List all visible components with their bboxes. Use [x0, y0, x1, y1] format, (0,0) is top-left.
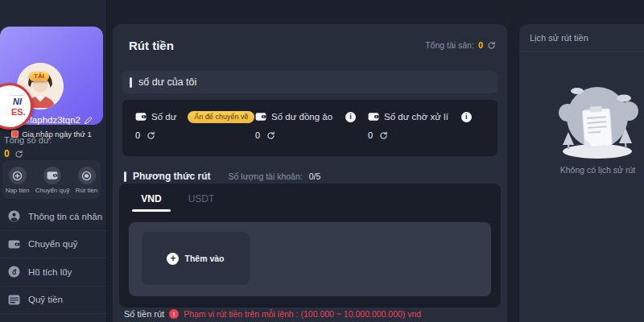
- withdraw-amount-row: Số tiền rút ! Phạm vi rút tiền trên mỗi …: [124, 309, 502, 319]
- refresh-icon[interactable]: [266, 131, 275, 140]
- virtual-balance-info-icon[interactable]: i: [345, 112, 356, 122]
- withdraw-method-panel: VND USDT + Thêm vào: [119, 184, 501, 308]
- total-assets-label: Tổng tài sản:: [425, 40, 474, 50]
- withdraw-method-header: Phương thức rút Số lượng tài khoản: 0/5: [124, 171, 320, 182]
- withdraw-history-panel: Lịch sử rút tiền Không có lịch sử rút: [519, 24, 644, 322]
- wallet-icon: [368, 112, 379, 122]
- sidebar: vzk3faphdz3tqn2 Gia nhập ngày thứ 1 TẢI …: [0, 0, 107, 322]
- add-bank-account-button[interactable]: + Thêm vào: [142, 232, 250, 285]
- fund-icon: [8, 295, 20, 305]
- plus-icon: +: [167, 253, 179, 265]
- balance-card-virtual: Số dư đồng ảo i 0: [255, 110, 356, 140]
- account-count-label: Số lượng tài khoản:: [229, 171, 303, 181]
- quick-action-transfer[interactable]: Chuyển quỹ: [35, 167, 70, 194]
- empty-history-text: Không có lịch sử rút: [519, 165, 644, 175]
- section-accent: [130, 77, 132, 88]
- quick-action-deposit[interactable]: Nạp tiền: [6, 167, 30, 194]
- active-tab-underline: [132, 209, 171, 212]
- refresh-balance-icon[interactable]: [14, 150, 23, 159]
- wallet-icon: [255, 112, 266, 122]
- refresh-icon[interactable]: [379, 131, 388, 140]
- balance-label: Số dư: [151, 112, 176, 122]
- edit-username-icon[interactable]: [84, 116, 93, 125]
- refresh-icon[interactable]: [147, 131, 155, 140]
- pending-balance-info-icon[interactable]: i: [461, 112, 472, 122]
- sidebar-item-money-fund[interactable]: Quỹ tiền: [0, 287, 107, 315]
- account-count-value: 0/5: [309, 171, 321, 181]
- withdraw-amount-label: Số tiền rút: [124, 309, 164, 319]
- deposit-coin-icon: [9, 167, 27, 184]
- sidebar-item-savings-jar[interactable]: đ Hũ tích lũy: [0, 258, 107, 287]
- total-balance-value: 0: [4, 148, 10, 159]
- withdraw-panel: Rút tiền Tổng tài sản: 0 số dư của tôi S…: [113, 24, 507, 322]
- person-icon: [8, 210, 20, 222]
- history-title: Lịch sử rút tiền: [519, 24, 644, 52]
- logo-text-bottom: ES.: [11, 107, 26, 117]
- refresh-assets-icon[interactable]: [487, 41, 496, 50]
- balance-card-pending: Số dư chờ xử lí i 0: [368, 110, 472, 140]
- svg-text:đ: đ: [12, 268, 17, 276]
- withdraw-range-warning: Phạm vi rút tiền trên mỗi lệnh : (100.00…: [184, 309, 421, 319]
- bank-account-list: + Thêm vào: [129, 222, 491, 296]
- virtual-balance-value: 0: [255, 130, 260, 140]
- logo-hat-icon: [10, 89, 24, 95]
- virtual-balance-label: Số dư đồng ảo: [271, 112, 332, 122]
- transfer-back-button[interactable]: Ấn để chuyển về: [188, 111, 254, 123]
- withdraw-wallet-icon: [78, 167, 96, 184]
- balance-value: 0: [135, 130, 140, 140]
- add-card-label: Thêm vào: [184, 254, 224, 263]
- total-balance-label: Tổng số dư:: [4, 135, 52, 145]
- pending-balance-value: 0: [368, 130, 373, 140]
- pending-balance-label: Số dư chờ xử lí: [384, 112, 448, 122]
- balance-card-main: Số dư Ấn để chuyển về 0: [135, 110, 254, 140]
- tab-usdt[interactable]: USDT: [182, 193, 221, 204]
- my-balance-section-header: số dư của tôi: [122, 71, 497, 93]
- warning-icon: !: [169, 309, 179, 319]
- tab-vnd[interactable]: VND: [132, 193, 171, 204]
- page-title: Rút tiền: [129, 39, 174, 52]
- sidebar-item-personal-info[interactable]: Thông tin cá nhân: [0, 203, 107, 231]
- section-accent: [124, 171, 126, 182]
- jar-icon: đ: [8, 266, 20, 278]
- balance-cards: Số dư Ấn để chuyển về 0 Số dư đồng ảo i …: [122, 100, 497, 156]
- sidebar-item-transfer-funds[interactable]: Chuyển quỹ: [0, 231, 107, 259]
- sidebar-menu: Thông tin cá nhân Chuyển quỹ đ Hũ tích l…: [0, 203, 107, 314]
- withdraw-method-title: Phương thức rút: [133, 171, 211, 182]
- wallet-icon: [135, 112, 147, 122]
- quick-actions: Nạp tiền Chuyển quỹ Rút tiền: [2, 160, 101, 199]
- transfer-wallet-icon: [43, 167, 61, 184]
- total-assets-value: 0: [478, 40, 483, 50]
- download-app-badge[interactable]: TẢI: [29, 72, 49, 81]
- quick-action-withdraw[interactable]: Rút tiền: [76, 167, 98, 194]
- logo-text-top: NI: [13, 97, 22, 106]
- my-balance-title: số dư của tôi: [138, 76, 196, 88]
- wallet-icon: [8, 239, 20, 250]
- total-assets: Tổng tài sản: 0: [425, 40, 496, 50]
- empty-state-illustration-icon: [553, 80, 642, 161]
